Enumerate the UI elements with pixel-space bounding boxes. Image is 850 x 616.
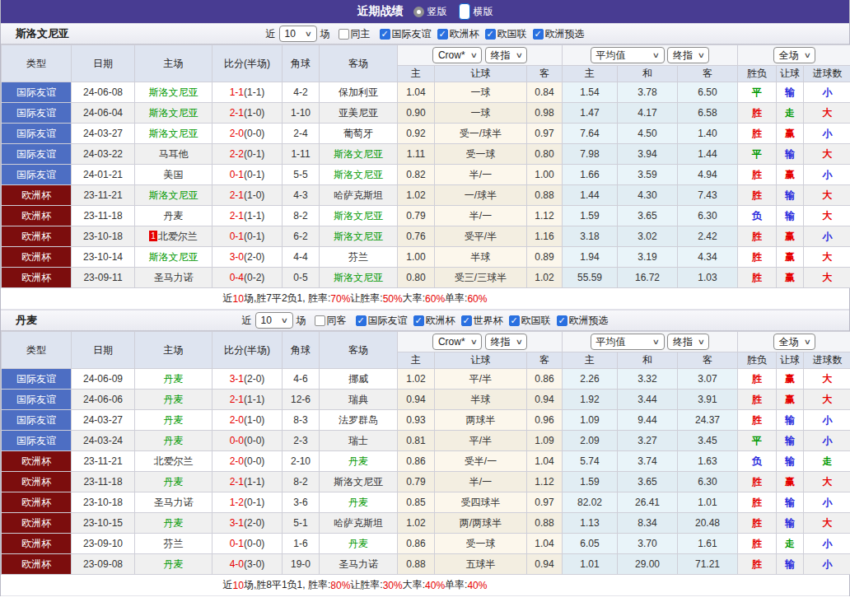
halftime-score: (2-0) xyxy=(244,517,264,529)
corners-cell: 8-2 xyxy=(283,206,320,226)
result-outcome: 胜 xyxy=(738,390,777,410)
checkbox-icon[interactable]: ✓ xyxy=(413,315,424,326)
bookmaker-select[interactable]: Crow*∨ xyxy=(432,47,482,63)
fulltime-score: 2-0 xyxy=(230,128,244,139)
avg-draw: 26.41 xyxy=(618,492,678,513)
bookmaker-select-value: Crow* xyxy=(438,336,465,348)
league-filter-label: 国际友谊 xyxy=(368,314,408,328)
fulltime-score: 2-0 xyxy=(230,414,244,426)
checkbox-icon[interactable]: ✓ xyxy=(533,29,544,40)
date-cell: 23-11-21 xyxy=(72,185,135,206)
checkbox-icon[interactable]: ✓ xyxy=(461,315,472,326)
fulltime-score: 0-1 xyxy=(230,169,244,180)
league-filter[interactable]: ✓世界杯 xyxy=(461,314,503,328)
bookmaker-select-value: Crow* xyxy=(438,49,465,61)
odds-home: 1.04 xyxy=(398,82,435,103)
away-team-cell: 挪威 xyxy=(320,369,398,390)
odds-time-select[interactable]: 终指∨ xyxy=(485,334,528,350)
sub-header-avg-home: 主 xyxy=(563,66,618,82)
average-time-select[interactable]: 终指∨ xyxy=(667,334,710,350)
layout-radio-option[interactable]: 竖版 xyxy=(413,3,447,20)
same-venue-filter[interactable]: 同客 xyxy=(315,314,347,328)
score-cell: 2-0(1-0) xyxy=(212,410,283,431)
result-outcome: 胜 xyxy=(738,247,777,268)
avg-draw: 3.19 xyxy=(618,247,678,268)
halftime-score: (1-0) xyxy=(244,107,264,119)
scope-select[interactable]: 全场∨ xyxy=(773,47,816,63)
avg-away: 6.58 xyxy=(678,103,738,124)
avg-away: 7.43 xyxy=(678,185,738,206)
result-outcome: 负 xyxy=(738,451,777,472)
corners-cell: 8-2 xyxy=(283,472,320,492)
away-team-cell: 斯洛文尼亚 xyxy=(320,472,398,492)
odds-away: 0.86 xyxy=(527,369,563,390)
checkbox-icon[interactable] xyxy=(339,29,349,40)
odds-time-select[interactable]: 终指∨ xyxy=(485,47,528,63)
league-cell: 国际友谊 xyxy=(2,431,72,451)
league-filter-label: 欧洲预选 xyxy=(545,27,585,41)
checkbox-icon[interactable]: ✓ xyxy=(356,315,367,326)
chevron-down-icon: ∨ xyxy=(652,338,660,346)
league-filter[interactable]: ✓欧洲杯 xyxy=(437,27,479,41)
checkbox-icon[interactable]: ✓ xyxy=(557,315,567,326)
checkbox-icon[interactable]: ✓ xyxy=(437,29,448,40)
bookmaker-dropdown-group: Crow*∨ 终指∨ xyxy=(398,45,563,66)
league-filter[interactable]: ✓欧国联 xyxy=(485,27,527,41)
radio-icon[interactable] xyxy=(459,3,470,20)
avg-home: 1.13 xyxy=(563,513,618,534)
result-goals: 大 xyxy=(804,472,850,492)
halftime-score: (1-1) xyxy=(244,394,264,405)
odds-home: 1.02 xyxy=(398,185,435,206)
scope-select[interactable]: 全场∨ xyxy=(773,334,816,350)
odds-away: 0.97 xyxy=(527,124,563,144)
fulltime-score: 3-0 xyxy=(230,251,244,263)
league-filter[interactable]: ✓国际友谊 xyxy=(380,27,432,41)
fulltime-score: 2-0 xyxy=(230,455,244,467)
odds-away: 1.16 xyxy=(527,226,563,247)
match-count-select[interactable]: 10 ∨ xyxy=(279,26,317,42)
checkbox-icon[interactable]: ✓ xyxy=(485,29,496,40)
score-cell: 2-1(1-0) xyxy=(212,185,283,206)
bookmaker-select[interactable]: Crow*∨ xyxy=(432,334,482,350)
corners-cell: 0-5 xyxy=(283,268,320,288)
avg-home: 1.09 xyxy=(563,410,618,431)
match-count-select[interactable]: 10 ∨ xyxy=(255,312,293,329)
result-handicap: 输 xyxy=(777,185,804,206)
result-handicap: 输 xyxy=(777,554,804,575)
col-header-away: 客场 xyxy=(320,332,398,369)
league-cell: 国际友谊 xyxy=(2,410,72,431)
chevron-down-icon: ∨ xyxy=(515,51,522,59)
average-time-select[interactable]: 终指∨ xyxy=(667,47,710,63)
avg-away: 3.45 xyxy=(678,431,738,451)
checkbox-icon[interactable]: ✓ xyxy=(509,315,520,326)
radio-icon[interactable] xyxy=(413,7,424,17)
halftime-score: (0-1) xyxy=(244,497,264,508)
fulltime-score: 1-1 xyxy=(230,86,244,98)
away-team-cell: 瑞典 xyxy=(320,390,398,410)
same-venue-filter[interactable]: 同主 xyxy=(339,27,371,41)
chevron-down-icon: ∨ xyxy=(698,338,705,346)
league-filter[interactable]: ✓欧洲预选 xyxy=(533,27,585,41)
away-team-cell: 斯洛文尼亚 xyxy=(320,206,398,226)
result-handicap: 输 xyxy=(777,82,804,103)
avg-draw: 16.72 xyxy=(618,268,678,288)
league-filter[interactable]: ✓欧洲预选 xyxy=(557,314,609,328)
average-select[interactable]: 平均值∨ xyxy=(591,334,665,350)
average-select[interactable]: 平均值∨ xyxy=(591,47,665,63)
match-row: 欧洲杯23-11-21北爱尔兰2-0(0-0)2-10丹麦0.86受半/一1.0… xyxy=(2,451,850,472)
odds-away: 1.12 xyxy=(527,206,563,226)
home-team-cell: 丹麦 xyxy=(135,513,212,534)
league-filter[interactable]: ✓国际友谊 xyxy=(356,314,408,328)
league-filter[interactable]: ✓欧国联 xyxy=(509,314,551,328)
date-cell: 23-10-18 xyxy=(72,226,135,247)
league-filter[interactable]: ✓欧洲杯 xyxy=(413,314,455,328)
layout-radio-option[interactable]: 横版 xyxy=(459,3,493,20)
checkbox-icon[interactable] xyxy=(315,315,325,326)
halftime-score: (2-0) xyxy=(244,251,264,263)
avg-home: 82.02 xyxy=(563,492,618,513)
away-team-cell: 芬兰 xyxy=(320,247,398,268)
result-goals: 小 xyxy=(804,124,850,144)
checkbox-icon[interactable]: ✓ xyxy=(380,29,390,40)
corners-cell: 2-4 xyxy=(283,124,320,144)
fulltime-score: 2-1 xyxy=(230,189,244,201)
